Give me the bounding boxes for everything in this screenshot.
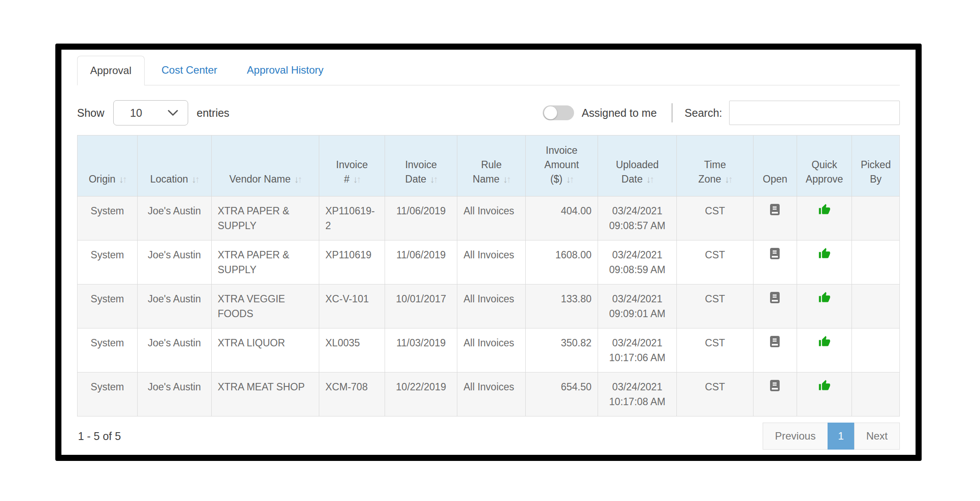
header-row: Origin↓↑ Location↓↑ Vendor Name↓↑ Invoic… <box>78 135 900 196</box>
cell-origin: System <box>78 196 138 240</box>
cell-invoice-date: 11/03/2019 <box>385 328 457 372</box>
cell-invoice-date: 10/22/2019 <box>385 372 457 416</box>
cell-invoice-date: 10/01/2017 <box>385 284 457 328</box>
column-header-location[interactable]: Location↓↑ <box>137 135 211 196</box>
cell-invoice-number: XC-V-101 <box>319 284 385 328</box>
table-row: System Joe's Austin XTRA PAPER & SUPPLY … <box>78 196 900 240</box>
sort-asc-arrow: ↑ <box>297 174 301 185</box>
quick-approve-button[interactable] <box>818 203 831 216</box>
table-row: System Joe's Austin XTRA VEGGIE FOODS XC… <box>78 284 900 328</box>
column-header-uploaded-date[interactable]: Uploaded Date↓↑ <box>598 135 677 196</box>
quick-approve-button[interactable] <box>818 247 831 260</box>
sort-icon: ↓↑ <box>119 174 126 185</box>
tab-cost-center[interactable]: Cost Center <box>149 56 230 85</box>
sort-asc-arrow: ↑ <box>507 174 510 185</box>
cell-invoice-amount: 350.82 <box>525 328 598 372</box>
results-range-label: 1 - 5 of 5 <box>77 430 121 443</box>
cell-vendor-name: XTRA LIQUOR <box>211 328 319 372</box>
show-label: Show <box>77 107 105 119</box>
sort-icon: ↓↑ <box>294 174 301 185</box>
cell-invoice-number: XL0035 <box>319 328 385 372</box>
open-invoice-button[interactable] <box>770 203 780 216</box>
column-header-rule-name[interactable]: Rule Name↓↑ <box>457 135 526 196</box>
previous-page-button[interactable]: Previous <box>763 423 828 450</box>
sort-icon: ↓↑ <box>430 174 437 185</box>
cell-origin: System <box>78 284 138 328</box>
cell-invoice-amount: 404.00 <box>525 196 598 240</box>
cell-location: Joe's Austin <box>137 372 211 416</box>
cell-picked-by <box>852 240 900 284</box>
journal-document-icon <box>770 247 780 260</box>
app-content: Approval Cost Center Approval History Sh… <box>61 50 916 455</box>
table-row: System Joe's Austin XTRA LIQUOR XL0035 1… <box>78 328 900 372</box>
cell-vendor-name: XTRA PAPER & SUPPLY <box>211 240 319 284</box>
thumbs-up-icon <box>818 291 831 304</box>
page-1-button[interactable]: 1 <box>828 423 855 450</box>
open-invoice-button[interactable] <box>770 247 780 260</box>
cell-open <box>753 240 797 284</box>
column-header-origin[interactable]: Origin↓↑ <box>78 135 138 196</box>
cell-quick-approve <box>797 284 852 328</box>
sort-desc-arrow: ↓ <box>119 174 122 185</box>
cell-uploaded-date: 03/24/202110:17:08 AM <box>598 372 677 416</box>
cell-open <box>753 196 797 240</box>
cell-invoice-amount: 654.50 <box>525 372 598 416</box>
cell-quick-approve <box>797 196 852 240</box>
app-window: Approval Cost Center Approval History Sh… <box>55 44 922 461</box>
cell-quick-approve <box>797 372 852 416</box>
column-header-time-zone[interactable]: Time Zone↓↑ <box>677 135 754 196</box>
cell-invoice-number: XCM-708 <box>319 372 385 416</box>
sort-icon: ↓↑ <box>192 174 199 185</box>
column-header-invoice-amount[interactable]: Invoice Amount ($)↓↑ <box>525 135 598 196</box>
sort-icon: ↓↑ <box>566 174 573 185</box>
cell-time-zone: CST <box>677 372 754 416</box>
cell-invoice-number: XP110619-2 <box>319 196 385 240</box>
sort-asc-arrow: ↑ <box>356 174 360 185</box>
table-header: Origin↓↑ Location↓↑ Vendor Name↓↑ Invoic… <box>78 135 900 196</box>
tab-approval-history[interactable]: Approval History <box>234 56 336 85</box>
journal-document-icon <box>770 335 780 348</box>
journal-document-icon <box>770 203 780 216</box>
cell-origin: System <box>78 328 138 372</box>
thumbs-up-icon <box>818 247 831 260</box>
open-invoice-button[interactable] <box>770 335 780 348</box>
cell-uploaded-date: 03/24/202109:08:57 AM <box>598 196 677 240</box>
tab-approval[interactable]: Approval <box>77 56 145 85</box>
column-header-vendor-name[interactable]: Vendor Name↓↑ <box>211 135 319 196</box>
sort-asc-arrow: ↑ <box>195 174 199 185</box>
cell-location: Joe's Austin <box>137 284 211 328</box>
column-header-invoice-date[interactable]: Invoice Date↓↑ <box>385 135 457 196</box>
cell-invoice-number: XP110619 <box>319 240 385 284</box>
cell-quick-approve <box>797 328 852 372</box>
quick-approve-button[interactable] <box>818 335 831 348</box>
cell-open <box>753 372 797 416</box>
sort-asc-arrow: ↑ <box>122 174 126 185</box>
thumbs-up-icon <box>818 203 831 216</box>
quick-approve-button[interactable] <box>818 379 831 392</box>
sort-asc-arrow: ↑ <box>649 174 653 185</box>
cell-picked-by <box>852 284 900 328</box>
invoices-table: Origin↓↑ Location↓↑ Vendor Name↓↑ Invoic… <box>77 135 900 416</box>
cell-invoice-date: 11/06/2019 <box>385 240 457 284</box>
cell-time-zone: CST <box>677 284 754 328</box>
search-input[interactable] <box>729 101 900 125</box>
column-header-open: Open <box>753 135 797 196</box>
cell-invoice-amount: 1608.00 <box>525 240 598 284</box>
assigned-to-me-toggle[interactable] <box>543 105 574 120</box>
table-footer: 1 - 5 of 5 Previous 1 Next <box>77 423 900 450</box>
quick-approve-button[interactable] <box>818 291 831 304</box>
assigned-to-me-label: Assigned to me <box>582 107 657 119</box>
cell-quick-approve <box>797 240 852 284</box>
next-page-button[interactable]: Next <box>854 423 900 450</box>
sort-asc-arrow: ↑ <box>433 174 437 185</box>
open-invoice-button[interactable] <box>770 379 780 392</box>
cell-picked-by <box>852 328 900 372</box>
chevron-down-icon <box>168 110 178 116</box>
tab-bar: Approval Cost Center Approval History <box>77 56 900 85</box>
entries-label: entries <box>197 107 230 119</box>
page-size-select[interactable]: 10 <box>113 100 188 125</box>
sort-desc-arrow: ↓ <box>566 174 570 185</box>
sort-desc-arrow: ↓ <box>725 174 728 185</box>
column-header-invoice-number[interactable]: Invoice #↓↑ <box>319 135 385 196</box>
open-invoice-button[interactable] <box>770 291 780 304</box>
